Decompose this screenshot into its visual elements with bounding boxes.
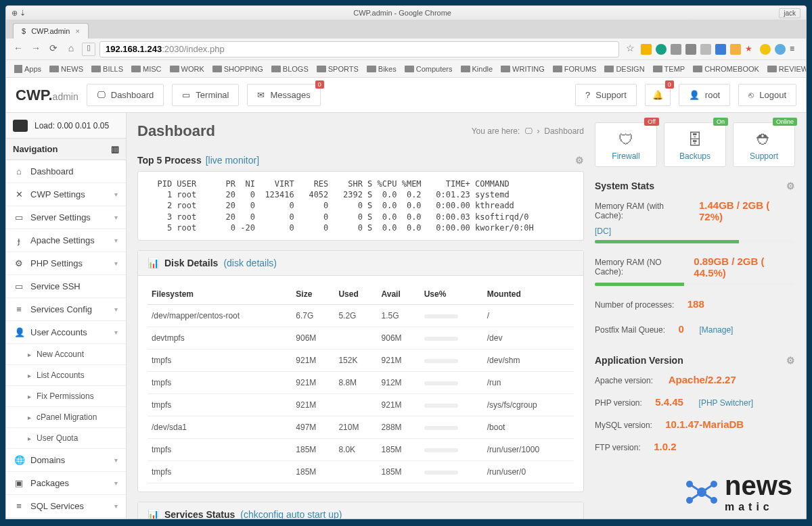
nav-header: Navigation ▥ [6, 139, 126, 160]
ext-icon[interactable] [656, 44, 667, 55]
bookmark-item[interactable]: Apps [12, 64, 44, 74]
browser-tab[interactable]: $ CWP.admin × [13, 23, 89, 39]
bookmark-item[interactable]: NEWS [47, 64, 86, 74]
user-button[interactable]: 👤root [679, 84, 730, 106]
sidebar-item[interactable]: ɟApache Settings▾ [6, 229, 126, 252]
sidebar-subitem[interactable]: New Account [6, 344, 126, 365]
ext-icon[interactable] [671, 44, 681, 55]
back-button[interactable]: ← [12, 43, 25, 56]
bookmark-item[interactable]: SHOPPING [210, 64, 266, 74]
process-list: PID USER PR NI VIRT RES SHR S %CPU %MEM … [137, 171, 584, 241]
bookmark-item[interactable]: BILLS [89, 64, 126, 74]
sidebar-item[interactable]: ✕CWP Settings▾ [6, 183, 126, 206]
ext-icon[interactable] [715, 44, 726, 55]
bookmark-item[interactable]: SPORTS [314, 64, 361, 74]
sidebar-item[interactable]: ≡SQL Services▾ [6, 495, 126, 518]
bookmark-item[interactable]: DESIGN [602, 64, 647, 74]
sidebar-item[interactable]: 👤User Accounts▾ [6, 321, 126, 344]
sidebar-subitem[interactable]: List Accounts [6, 365, 126, 386]
bookmark-item[interactable]: WORK [167, 64, 207, 74]
ext-icon[interactable] [685, 44, 696, 55]
messages-button[interactable]: ✉Messages0 [247, 84, 320, 106]
bookmark-item[interactable]: FORUMS [550, 64, 600, 74]
dashboard-button[interactable]: 🖵Dashboard [87, 84, 164, 106]
page-title: Dashboard [137, 122, 215, 140]
notifications-button[interactable]: 🔔0 [645, 84, 671, 106]
status-card[interactable]: Off🛡Firewall [595, 122, 657, 167]
info-icon[interactable]: ▯ [82, 43, 95, 56]
bookmark-item[interactable]: BLOGS [269, 64, 311, 74]
close-icon[interactable]: × [75, 27, 79, 35]
collapse-icon[interactable]: ▥ [111, 144, 119, 154]
sidebar-item[interactable]: ▭Service SSH [6, 275, 126, 298]
disk-panel: 📊 Disk Details (disk details) Filesystem… [137, 250, 584, 492]
table-row: tmpfs921M8.8M912M/run [148, 371, 574, 393]
card-icon: 🗄 [667, 131, 723, 149]
ext-icon[interactable] [730, 44, 741, 55]
sidebar-subitem[interactable]: User Quota [6, 428, 126, 449]
mail-icon: ✉ [257, 90, 265, 100]
gear-icon[interactable]: ⚙ [786, 181, 795, 191]
bookmark-item[interactable]: Kindle [458, 64, 496, 74]
logout-button[interactable]: ⎋Logout [738, 84, 796, 106]
bookmark-item[interactable]: Bikes [364, 64, 399, 74]
window-titlebar: ⊕ ⇣ CWP.admin - Google Chrome jack [6, 6, 806, 20]
sidebar-item[interactable]: ⚙PHP Settings▾ [6, 252, 126, 275]
live-monitor-link[interactable]: [live monitor] [206, 155, 259, 166]
table-row: tmpfs185M8.0K185M/run/user/1000 [148, 438, 574, 460]
terminal-button[interactable]: ▭Terminal [172, 84, 239, 106]
gear-icon[interactable]: ⚙ [575, 155, 584, 166]
sidebar-subitem[interactable]: Fix Permissions [6, 386, 126, 407]
menu-icon[interactable]: ≡ [790, 44, 800, 55]
brand: CWP.admin [16, 87, 78, 104]
table-row: /dev/sda1497M210M288M/boot [148, 416, 574, 438]
table-row: tmpfs921M152K921M/dev/shm [148, 349, 574, 371]
table-row: tmpfs921M921M/sys/fs/cgroup [148, 393, 574, 416]
ext-icon[interactable] [641, 44, 652, 55]
breadcrumb: You are here: 🖵 › Dashboard [472, 126, 584, 136]
php-switcher-link[interactable]: [PHP Switcher] [699, 398, 753, 408]
gear-icon[interactable]: ⚙ [786, 355, 795, 366]
reload-button[interactable]: ⟳ [47, 43, 60, 56]
chkconfig-link[interactable]: (chkconfig auto start up) [240, 509, 342, 519]
sidebar-item[interactable]: ⌂Dashboard [6, 160, 126, 183]
ext-icon[interactable] [700, 44, 711, 55]
status-card[interactable]: On🗄Backups [664, 122, 726, 167]
sidebar-item[interactable]: ✉Email▾ [6, 518, 126, 519]
status-card[interactable]: Online⛑Support [733, 122, 795, 167]
window-title: CWP.admin - Google Chrome [26, 9, 779, 17]
home-button[interactable]: ⌂ [64, 43, 78, 56]
disk-details-link[interactable]: (disk details) [223, 258, 277, 268]
sidebar-item[interactable]: ▣Packages▾ [6, 472, 126, 495]
services-panel: 📊 Services Status (chkconfig auto start … [137, 502, 584, 519]
bookmark-item[interactable]: CHROMEBOOK [690, 64, 762, 74]
breadcrumb-link[interactable]: Dashboard [544, 126, 584, 136]
nav-icon: ⚙ [14, 259, 24, 268]
right-column: Off🛡FirewallOn🗄BackupsOnline⛑Support Sys… [595, 113, 806, 519]
sidebar-subitem[interactable]: cPanel Migration [6, 407, 126, 428]
bookmark-item[interactable]: REVIEWERS [765, 64, 807, 74]
nav-icon: ɟ [14, 236, 24, 245]
address-bar: ← → ⟳ ⌂ ▯ 192.168.1.243:2030/index.php ☆… [6, 39, 806, 60]
manage-queue-link[interactable]: [Manage] [699, 325, 733, 335]
url-input[interactable]: 192.168.1.243:2030/index.php [99, 41, 619, 57]
bookmarks-bar: AppsNEWSBILLSMISCWORKSHOPPINGBLOGSSPORTS… [6, 60, 806, 78]
question-icon: ? [585, 90, 590, 100]
bookmark-item[interactable]: WRITING [498, 64, 547, 74]
sidebar-item[interactable]: ≡Services Config▾ [6, 298, 126, 321]
ext-icon[interactable]: ★ [745, 44, 756, 55]
bookmark-item[interactable]: Computers [402, 64, 455, 74]
star-icon[interactable]: ☆ [623, 43, 637, 56]
sidebar-item[interactable]: 🌐Domains▾ [6, 449, 126, 472]
ext-icon[interactable] [760, 44, 771, 55]
bookmark-item[interactable]: MISC [129, 64, 164, 74]
dc-link[interactable]: [DC] [595, 226, 611, 236]
sidebar-item[interactable]: ▭Server Settings▾ [6, 206, 126, 229]
ext-icon[interactable] [775, 44, 786, 55]
load-avg: Load: 0.00 0.01 0.05 [6, 113, 126, 139]
bookmark-item[interactable]: TEMP [650, 64, 688, 74]
support-button[interactable]: ?Support [575, 84, 637, 106]
app-version-title: Application Version ⚙ [595, 355, 795, 366]
main-content: Dashboard You are here: 🖵 › Dashboard To… [127, 113, 595, 519]
forward-button[interactable]: → [29, 43, 43, 56]
